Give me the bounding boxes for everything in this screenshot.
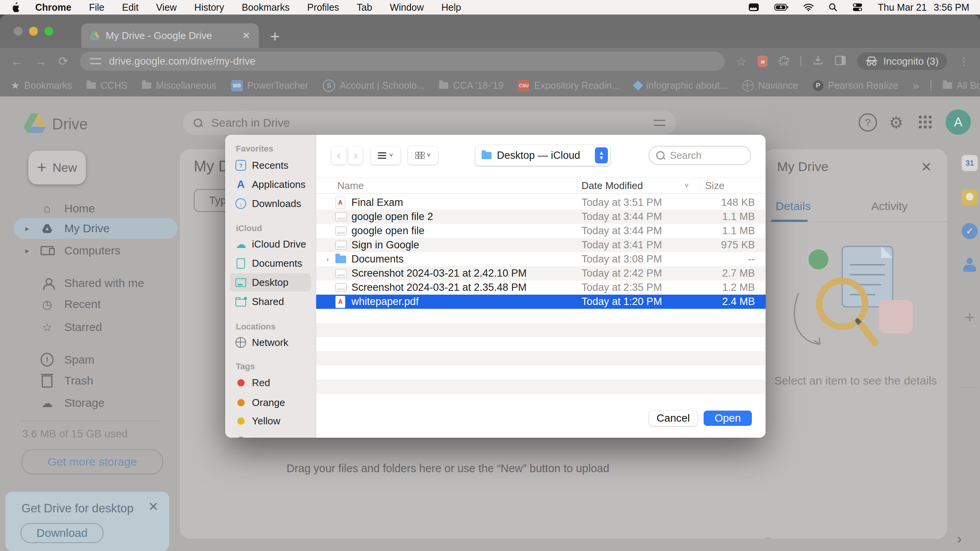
file-row[interactable]: Sign in GoogleToday at 3:41 PM975 KB <box>316 238 766 252</box>
sidebar-item-applications[interactable]: AApplications <box>230 175 311 194</box>
bookmark-item[interactable]: CCA '18-'19 <box>439 80 503 91</box>
forward-icon[interactable]: → <box>34 54 47 68</box>
downloads-icon[interactable] <box>813 55 823 67</box>
bookmark-item[interactable]: SISPowerTeacher <box>231 80 309 91</box>
add-panel-icon[interactable]: + <box>962 309 978 325</box>
menu-bookmarks[interactable]: Bookmarks <box>242 2 289 13</box>
sidebar-item-downloads[interactable]: ↓Downloads <box>230 194 311 213</box>
browser-tab[interactable]: My Drive - Google Drive ✕ <box>81 23 259 48</box>
sidebar-item-spam[interactable]: !Spam <box>14 349 178 370</box>
chevron-right-icon[interactable]: › <box>957 531 962 547</box>
back-icon[interactable]: ← <box>11 54 23 68</box>
spotlight-search-icon[interactable] <box>829 3 837 11</box>
extensions-puzzle-icon[interactable] <box>779 55 789 67</box>
menu-history[interactable]: History <box>194 2 224 13</box>
tasks-icon[interactable]: ✓ <box>962 223 978 239</box>
sidebar-item-home[interactable]: ⌂Home <box>14 198 178 219</box>
sidebar-item-documents[interactable]: Documents <box>230 254 311 272</box>
address-bar[interactable]: drive.google.com/drive/my-drive <box>80 52 725 71</box>
file-row[interactable]: google open file 2Today at 3:44 PM1.1 MB <box>316 210 766 224</box>
menu-view[interactable]: View <box>156 2 177 13</box>
sort-chevron-icon[interactable]: ˅ <box>684 181 689 190</box>
drive-search-bar[interactable]: Search in Drive <box>183 111 676 135</box>
wifi-icon[interactable] <box>804 3 813 11</box>
list-view-button[interactable]: ˅ <box>371 146 400 165</box>
bookmark-item[interactable]: infographic about... <box>634 80 728 91</box>
dialog-search-field[interactable] <box>648 146 751 165</box>
sidebar-item-desktop[interactable]: Desktop <box>230 273 311 292</box>
get-more-storage-button[interactable]: Get more storage <box>21 449 163 474</box>
tab-activity[interactable]: Activity <box>871 200 908 213</box>
bookmark-item[interactable]: PPearson Realize <box>813 80 898 91</box>
bookmarks-overflow-icon[interactable]: » <box>913 79 919 92</box>
tag-red[interactable]: Red <box>230 373 311 392</box>
folder-row[interactable]: › DocumentsToday at 3:08 PM-- <box>316 252 766 266</box>
settings-gear-icon[interactable]: ⚙ <box>889 113 903 132</box>
bookmark-item[interactable]: SAccount | Schoolo... <box>323 80 425 92</box>
column-date-modified[interactable]: Date Modified <box>581 180 643 192</box>
new-tab-button[interactable]: + <box>270 29 280 45</box>
close-icon[interactable]: ✕ <box>148 499 158 514</box>
bookmark-item[interactable]: Naviance <box>742 80 798 91</box>
column-size[interactable]: Size <box>705 180 725 192</box>
help-icon[interactable]: ? <box>859 113 877 132</box>
calendar-icon[interactable]: 31 <box>962 155 978 171</box>
menu-tab[interactable]: Tab <box>357 2 372 13</box>
bookmark-star-icon[interactable]: ☆ <box>736 55 746 68</box>
contacts-icon[interactable] <box>962 257 978 273</box>
reload-icon[interactable]: ⟳ <box>58 54 69 68</box>
sidebar-item-shared-with-me[interactable]: Shared with me <box>14 273 178 293</box>
sidebar-item-my-drive[interactable]: ▸My Drive <box>14 218 178 239</box>
download-button[interactable]: Download <box>21 523 103 543</box>
forward-button[interactable]: › <box>348 146 363 165</box>
battery-icon[interactable] <box>774 4 788 11</box>
menu-file[interactable]: File <box>89 2 104 13</box>
sidebar-item-trash[interactable]: Trash <box>14 370 178 391</box>
sidebar-item-starred[interactable]: ☆Starred <box>14 317 178 337</box>
menu-bar-clock[interactable]: Thu Mar 21 3:56 PM <box>878 2 969 13</box>
open-button[interactable]: Open <box>704 411 752 426</box>
apple-logo-icon[interactable] <box>11 2 20 12</box>
close-tab-icon[interactable]: ✕ <box>242 30 250 42</box>
menu-edit[interactable]: Edit <box>122 2 139 13</box>
all-bookmarks[interactable]: All Bookmarks <box>943 80 980 91</box>
display-icon[interactable] <box>748 3 759 11</box>
google-apps-icon[interactable] <box>919 116 932 129</box>
side-panel-icon[interactable] <box>835 56 846 67</box>
dialog-search-input[interactable] <box>669 149 728 162</box>
close-window-button[interactable] <box>14 27 23 36</box>
tag-yellow[interactable]: Yellow <box>230 412 311 430</box>
grid-view-button[interactable]: ˅ <box>408 146 438 165</box>
menu-help[interactable]: Help <box>441 2 461 13</box>
sidebar-item-shared[interactable]: Shared <box>230 292 311 311</box>
sidebar-item-recent[interactable]: ◷Recent <box>14 294 178 315</box>
minimize-window-button[interactable] <box>29 27 38 36</box>
menu-app-name[interactable]: Chrome <box>35 2 71 13</box>
close-icon[interactable]: ✕ <box>921 159 932 174</box>
keep-icon[interactable] <box>962 189 978 205</box>
sidebar-item-storage[interactable]: ☁Storage <box>14 393 178 413</box>
account-avatar[interactable]: A <box>946 109 971 135</box>
back-button[interactable]: ‹ <box>332 146 346 165</box>
site-settings-icon[interactable] <box>90 57 101 65</box>
control-center-icon[interactable] <box>853 3 862 11</box>
new-button[interactable]: + New <box>28 151 86 184</box>
file-row[interactable]: Screenshot 2024-03-21 at 2.42.10 PMToday… <box>316 266 766 280</box>
menu-profiles[interactable]: Profiles <box>307 2 339 13</box>
file-row[interactable]: Screenshot 2024-03-21 at 2.35.48 PMToday… <box>316 280 766 295</box>
expand-arrow-icon[interactable]: ▸ <box>25 224 29 233</box>
menu-window[interactable]: Window <box>390 2 424 13</box>
cancel-button[interactable]: Cancel <box>649 411 697 426</box>
location-dropdown[interactable]: Desktop — iCloud ▲▼ <box>475 145 610 166</box>
sidebar-item-recents[interactable]: ?Recents <box>230 156 311 174</box>
file-row[interactable]: A Final ExamToday at 3:51 PM148 KB <box>316 196 766 210</box>
bookmark-item[interactable]: Miscellaneous <box>142 80 216 91</box>
zoom-window-button[interactable] <box>44 27 53 36</box>
tag-orange[interactable]: Orange <box>230 393 311 412</box>
file-row-selected[interactable]: A whitepaper.pdfToday at 1:20 PM2.4 MB <box>316 295 766 309</box>
sidebar-item-network[interactable]: Network <box>230 333 311 352</box>
bookmark-item[interactable]: CSUExpository Readin... <box>518 80 620 91</box>
sidebar-item-computers[interactable]: ▸Computers <box>14 240 178 261</box>
tab-details[interactable]: Details <box>776 200 811 213</box>
expand-arrow-icon[interactable]: ▸ <box>25 246 29 255</box>
